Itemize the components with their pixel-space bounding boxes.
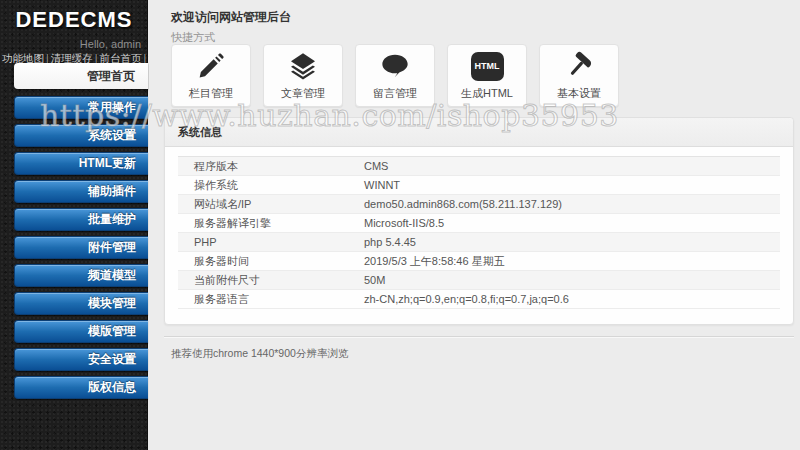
row-label: 操作系统	[178, 176, 364, 194]
row-label: 服务器解译引擎	[178, 214, 364, 232]
sidebar-item-templates[interactable]: 模版管理	[14, 320, 148, 343]
shortcuts-label: 快捷方式	[171, 30, 215, 45]
table-row: PHP php 5.4.45	[178, 233, 780, 252]
table-row: 网站域名/IP demo50.admin868.com(58.211.137.1…	[178, 195, 780, 214]
system-info-panel: 系统信息 程序版本 CMS 操作系统 WINNT 网站域名/IP demo50.…	[164, 117, 794, 325]
table-row: 程序版本 CMS	[178, 157, 780, 176]
system-info-title: 系统信息	[165, 118, 793, 147]
row-value: php 5.4.45	[364, 233, 780, 251]
sidebar-item-admin-home[interactable]: 管理首页	[14, 63, 148, 89]
table-row: 操作系统 WINNT	[178, 176, 780, 195]
shortcut-label: 留言管理	[373, 87, 417, 99]
sidebar-item-security[interactable]: 安全设置	[14, 348, 148, 371]
table-row: 服务器语言 zh-CN,zh;q=0.9,en;q=0.8,fi;q=0.7,j…	[178, 290, 780, 309]
main-content: 欢迎访问网站管理后台 快捷方式 栏目管理	[149, 0, 800, 450]
page-title: 欢迎访问网站管理后台	[171, 9, 291, 26]
greeting-text: Hello, admin	[80, 38, 141, 50]
row-value: 2019/5/3 上午8:58:46 星期五	[364, 252, 780, 270]
row-label: PHP	[178, 233, 364, 251]
sidebar-item-common-ops[interactable]: 常用操作	[14, 96, 148, 119]
shortcut-card-settings[interactable]: 基本设置	[539, 44, 619, 107]
shortcut-card-generate-html[interactable]: HTML 生成HTML	[447, 44, 527, 107]
row-label: 程序版本	[178, 157, 364, 175]
system-info-table: 程序版本 CMS 操作系统 WINNT 网站域名/IP demo50.admin…	[178, 156, 780, 309]
dedecms-logo: DEDECMS	[0, 7, 148, 33]
shortcut-label: 生成HTML	[461, 87, 513, 99]
sidebar: DEDECMS Hello, admin 功能地图|清理缓存|前台首页|退出 管…	[0, 0, 148, 450]
shortcut-label: 文章管理	[281, 87, 325, 99]
pencil-icon	[172, 45, 250, 87]
shortcut-card-comments[interactable]: 留言管理	[355, 44, 435, 107]
row-value: CMS	[364, 157, 780, 175]
sidebar-item-copyright[interactable]: 版权信息	[14, 376, 148, 399]
shortcut-cards: 栏目管理 文章管理 留言管理	[171, 44, 631, 107]
row-value: zh-CN,zh;q=0.9,en;q=0.8,fi;q=0.7,ja;q=0.…	[364, 290, 780, 308]
shortcut-label: 基本设置	[557, 87, 601, 99]
row-label: 当前附件尺寸	[178, 271, 364, 289]
row-value: WINNT	[364, 176, 780, 194]
sidebar-menu: 常用操作 系统设置 HTML更新 辅助插件 批量维护 附件管理 频道模型 模块管…	[14, 96, 148, 404]
shortcut-label: 栏目管理	[189, 87, 233, 99]
row-value: 50M	[364, 271, 780, 289]
row-label: 网站域名/IP	[178, 195, 364, 213]
shortcut-card-columns[interactable]: 栏目管理	[171, 44, 251, 107]
hammer-icon	[540, 45, 618, 87]
shortcut-card-articles[interactable]: 文章管理	[263, 44, 343, 107]
table-row: 服务器解译引擎 Microsoft-IIS/8.5	[178, 214, 780, 233]
admin-dashboard: DEDECMS Hello, admin 功能地图|清理缓存|前台首页|退出 管…	[0, 0, 800, 450]
sidebar-item-plugins[interactable]: 辅助插件	[14, 180, 148, 203]
sidebar-item-attachments[interactable]: 附件管理	[14, 236, 148, 259]
row-label: 服务器语言	[178, 290, 364, 308]
row-value: Microsoft-IIS/8.5	[364, 214, 780, 232]
sidebar-item-channel-models[interactable]: 频道模型	[14, 264, 148, 287]
sidebar-item-html-update[interactable]: HTML更新	[14, 152, 148, 175]
row-value: demo50.admin868.com(58.211.137.129)	[364, 195, 780, 213]
sidebar-item-system-settings[interactable]: 系统设置	[14, 124, 148, 147]
comment-icon	[356, 45, 434, 87]
footer-divider	[164, 336, 794, 338]
sidebar-item-modules[interactable]: 模块管理	[14, 292, 148, 315]
sidebar-item-batch-maintenance[interactable]: 批量维护	[14, 208, 148, 231]
row-label: 服务器时间	[178, 252, 364, 270]
table-row: 当前附件尺寸 50M	[178, 271, 780, 290]
html-icon: HTML	[448, 45, 526, 87]
browser-recommendation: 推荐使用chrome 1440*900分辨率浏览	[171, 347, 348, 361]
table-row: 服务器时间 2019/5/3 上午8:58:46 星期五	[178, 252, 780, 271]
documents-icon	[264, 45, 342, 87]
